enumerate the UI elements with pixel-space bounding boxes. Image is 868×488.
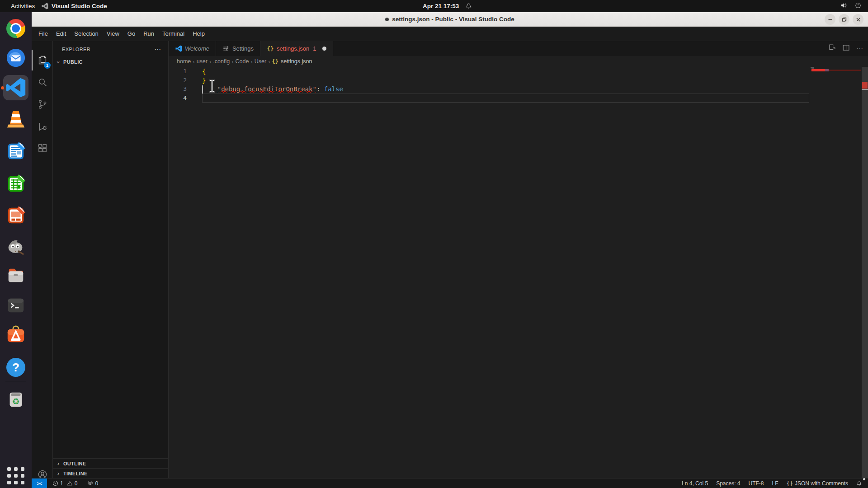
code-editor[interactable]: 1{2}3 "debug.focusEditorOnBreak": false4: [169, 67, 868, 478]
menu-view[interactable]: View: [103, 28, 123, 39]
dock-item-libreoffice-impress[interactable]: [5, 205, 27, 226]
menu-terminal[interactable]: Terminal: [158, 28, 189, 39]
modified-dot-icon[interactable]: [322, 47, 326, 51]
menu-edit[interactable]: Edit: [52, 28, 70, 39]
breadcrumb-item[interactable]: .config: [213, 58, 230, 65]
dock-item-thunderbird[interactable]: [5, 47, 27, 69]
split-editor-icon[interactable]: [842, 44, 850, 53]
dock-item-terminal[interactable]: [5, 295, 27, 316]
dock-item-vlc[interactable]: [5, 108, 27, 130]
menu-selection[interactable]: Selection: [70, 28, 102, 39]
language-mode-indicator[interactable]: {} JSON with Comments: [784, 479, 850, 488]
tab-error-count: 1: [313, 45, 316, 52]
badge-count: 1: [44, 62, 51, 69]
running-indicator-dot: [1, 86, 4, 89]
line-content: {: [202, 67, 206, 76]
window-titlebar[interactable]: settings.json - Public - Visual Studio C…: [32, 12, 868, 27]
app-grid-icon: [7, 467, 24, 484]
volume-icon: [840, 2, 847, 10]
cursor-position-indicator[interactable]: Ln 4, Col 5: [679, 479, 710, 488]
activity-bar-search[interactable]: [32, 72, 53, 93]
dock-item-app-grid[interactable]: [5, 465, 27, 487]
menu-file[interactable]: File: [34, 28, 52, 39]
notifications-button[interactable]: [854, 479, 864, 488]
code-line-1[interactable]: 1{: [169, 67, 868, 76]
ubuntu-software-icon: [5, 324, 26, 345]
radio-tower-icon: [87, 480, 93, 486]
editor-scrollbar[interactable]: [862, 67, 868, 478]
dock-item-files[interactable]: [5, 264, 27, 286]
open-settings-ui-icon[interactable]: [828, 44, 836, 53]
editor-tab-bar: Welcome Settings{}settings.json1 ⋯: [169, 41, 868, 56]
menu-help[interactable]: Help: [189, 28, 209, 39]
activity-bar-extensions[interactable]: [32, 138, 53, 159]
unsaved-dot-icon: [385, 18, 389, 21]
code-line-3[interactable]: 3 "debug.focusEditorOnBreak": false: [169, 84, 868, 94]
breadcrumb-file[interactable]: {}settings.json: [272, 58, 312, 65]
power-icon: [854, 2, 862, 10]
menu-go[interactable]: Go: [123, 28, 139, 39]
line-number[interactable]: 3: [169, 84, 187, 94]
dock-item-gimp[interactable]: [5, 235, 27, 257]
tab-label: settings.json: [277, 45, 309, 52]
line-number[interactable]: 4: [169, 94, 187, 103]
line-number[interactable]: 2: [169, 76, 187, 85]
window-title: settings.json - Public - Visual Studio C…: [385, 16, 514, 23]
restore-button[interactable]: [839, 14, 849, 25]
outline-section[interactable]: › OUTLINE: [53, 458, 168, 468]
dock-item-libreoffice-calc[interactable]: [5, 173, 27, 195]
explorer-more-actions-icon[interactable]: ⋯: [151, 45, 164, 53]
breadcrumb-item[interactable]: User: [255, 58, 266, 65]
dock-item-libreoffice-writer[interactable]: [5, 141, 27, 162]
help-icon: ?: [6, 358, 25, 377]
activity-bar-run-and-debug[interactable]: [32, 116, 53, 137]
breadcrumb-separator-icon: ›: [209, 58, 211, 65]
explorer-folder-section[interactable]: › PUBLIC: [53, 57, 168, 67]
libreoffice-writer-icon: [5, 141, 26, 162]
dock-item-ubuntu-software[interactable]: [5, 324, 27, 346]
dock-item-vscode[interactable]: [3, 75, 28, 100]
clock-menu[interactable]: Apr 21 17:53: [423, 0, 472, 12]
more-actions-icon[interactable]: ⋯: [856, 45, 863, 53]
activity-bar-explorer[interactable]: 1: [32, 50, 53, 70]
tab-welcome[interactable]: Welcome: [169, 41, 216, 56]
breadcrumb-separator-icon: ›: [250, 58, 252, 65]
tab-settings-json[interactable]: {}settings.json1: [260, 41, 334, 56]
dock-item-help[interactable]: ?: [5, 357, 27, 378]
dock-item-trash[interactable]: ♻: [5, 388, 27, 410]
remote-indicator[interactable]: ><: [32, 479, 47, 488]
code-line-4[interactable]: 4: [169, 94, 868, 103]
problems-indicator[interactable]: 1 0: [50, 479, 80, 488]
vscode-window: settings.json - Public - Visual Studio C…: [32, 12, 868, 488]
breadcrumb-item[interactable]: home: [177, 58, 191, 65]
ports-indicator[interactable]: 0: [85, 479, 101, 488]
encoding-indicator[interactable]: UTF-8: [746, 479, 766, 488]
tab-label: Welcome: [185, 45, 209, 52]
code-line-2[interactable]: 2}: [169, 76, 868, 85]
menu-run[interactable]: Run: [139, 28, 158, 39]
libreoffice-impress-icon: [5, 205, 26, 226]
dock-item-chrome[interactable]: [5, 18, 27, 39]
line-number[interactable]: 1: [169, 67, 187, 76]
timeline-section[interactable]: › TIMELINE: [53, 468, 168, 478]
breadcrumb-item[interactable]: user: [197, 58, 208, 65]
error-icon: [52, 480, 58, 486]
line-content: }: [202, 76, 206, 85]
eol-indicator[interactable]: LF: [770, 479, 781, 488]
braces-icon: {}: [787, 480, 793, 487]
explorer-sidebar: EXPLORER ⋯ › PUBLIC › OUTLINE › TIMELINE: [53, 41, 169, 478]
system-status-area[interactable]: [840, 0, 862, 12]
activity-bar-source-control[interactable]: [32, 94, 53, 115]
activities-button[interactable]: Activities: [7, 0, 38, 12]
tab-settings[interactable]: Settings: [216, 41, 260, 56]
tab-label: Settings: [232, 45, 254, 52]
extensions-icon: [37, 143, 48, 154]
status-bar: >< 1 0 0 Ln 4, Col 5 Spaces: 4 UTF-8 LF: [32, 478, 868, 488]
focused-app-menu[interactable]: Visual Studio Code: [42, 0, 107, 12]
minimize-button[interactable]: [825, 14, 835, 25]
close-button[interactable]: [853, 14, 863, 25]
gnome-top-bar: Activities Visual Studio Code Apr 21 17:…: [0, 0, 868, 12]
svg-text:♻: ♻: [12, 396, 19, 407]
breadcrumb-item[interactable]: Code: [235, 58, 249, 65]
indentation-indicator[interactable]: Spaces: 4: [714, 479, 742, 488]
